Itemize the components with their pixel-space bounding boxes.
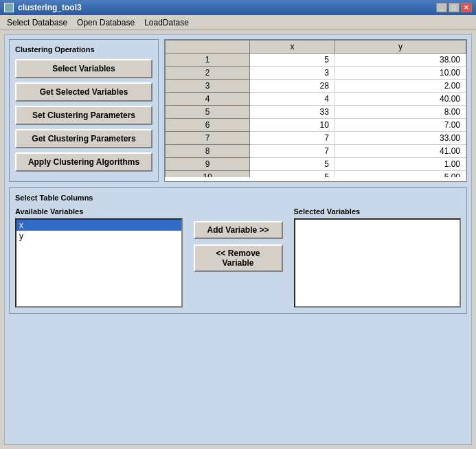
cell-y: 8.00 xyxy=(335,106,466,119)
cell-y: 40.00 xyxy=(335,93,466,106)
main-content: Clustering Operations Select Variables G… xyxy=(4,34,472,445)
title-bar: clustering_tool3 _ □ ✕ xyxy=(0,0,476,15)
cell-x: 7 xyxy=(250,145,335,158)
table-col-index xyxy=(166,41,250,54)
get-selected-variables-button[interactable]: Get Selected Variables xyxy=(15,82,152,102)
window-title: clustering_tool3 xyxy=(18,3,82,12)
cell-row-index: 9 xyxy=(166,158,250,171)
select-table-title: Select Table Columns xyxy=(15,194,461,202)
select-variables-button[interactable]: Select Variables xyxy=(15,59,152,78)
table-row: 6 10 7.00 xyxy=(166,119,466,132)
top-section: Clustering Operations Select Variables G… xyxy=(9,39,467,182)
cell-row-index: 3 xyxy=(166,80,250,93)
cell-x: 28 xyxy=(250,80,335,93)
cell-x: 10 xyxy=(250,119,335,132)
selected-variables-panel: Selected Variables xyxy=(294,207,462,308)
table-row: 4 4 40.00 xyxy=(166,93,466,106)
clustering-ops-title: Clustering Operations xyxy=(15,45,152,54)
minimize-button[interactable]: _ xyxy=(436,3,447,12)
cell-y: 10.00 xyxy=(335,67,466,80)
cell-x: 3 xyxy=(250,67,335,80)
table-row: 3 28 2.00 xyxy=(166,80,466,93)
available-variables-panel: Available Variables x y xyxy=(15,207,183,308)
table-row: 7 7 33.00 xyxy=(166,132,466,145)
menu-open-database[interactable]: Open Database xyxy=(73,16,139,29)
table-row: 10 5 5.00 xyxy=(166,171,466,178)
close-button[interactable]: ✕ xyxy=(461,3,472,12)
cell-x: 5 xyxy=(250,171,335,178)
menu-load-datase[interactable]: LoadDatase xyxy=(140,16,193,29)
cell-y: 38.00 xyxy=(335,54,466,67)
available-variables-listbox[interactable]: x y xyxy=(15,218,183,308)
available-var-x[interactable]: x xyxy=(16,220,181,231)
available-variables-title: Available Variables xyxy=(15,207,183,216)
cell-row-index: 10 xyxy=(166,171,250,178)
cell-y: 41.00 xyxy=(335,145,466,158)
select-table-section: Select Table Columns Available Variables… xyxy=(9,187,467,314)
cell-row-index: 1 xyxy=(166,54,250,67)
available-var-y[interactable]: y xyxy=(16,231,181,242)
cell-row-index: 2 xyxy=(166,67,250,80)
remove-variable-button[interactable]: << Remove Variable xyxy=(194,244,283,272)
set-clustering-parameters-button[interactable]: Set Clustering Parameters xyxy=(15,106,152,125)
table-row: 1 5 38.00 xyxy=(166,54,466,67)
cell-y: 7.00 xyxy=(335,119,466,132)
cell-y: 33.00 xyxy=(335,132,466,145)
data-table-container: x y 1 5 38.00 2 3 10.00 3 28 2.00 4 4 40… xyxy=(164,39,467,182)
menu-bar: Select Database Open Database LoadDatase xyxy=(0,15,476,30)
table-row: 9 5 1.00 xyxy=(166,158,466,171)
maximize-button[interactable]: □ xyxy=(449,3,460,12)
cell-x: 4 xyxy=(250,93,335,106)
get-clustering-parameters-button[interactable]: Get Clustering Parameters xyxy=(15,129,152,148)
table-scroll[interactable]: x y 1 5 38.00 2 3 10.00 3 28 2.00 4 4 40… xyxy=(165,40,466,177)
cell-y: 2.00 xyxy=(335,80,466,93)
table-body: 1 5 38.00 2 3 10.00 3 28 2.00 4 4 40.00 … xyxy=(166,54,466,178)
cell-row-index: 5 xyxy=(166,106,250,119)
app-icon xyxy=(4,3,14,12)
add-variable-button[interactable]: Add Variable >> xyxy=(194,221,283,239)
selected-variables-listbox[interactable] xyxy=(294,218,462,308)
variable-transfer-buttons: Add Variable >> << Remove Variable xyxy=(188,221,288,272)
table-row: 8 7 41.00 xyxy=(166,145,466,158)
cell-y: 1.00 xyxy=(335,158,466,171)
cell-y: 5.00 xyxy=(335,171,466,178)
apply-clustering-algorithms-button[interactable]: Apply Clustering Algorithms xyxy=(15,152,152,172)
title-controls[interactable]: _ □ ✕ xyxy=(436,3,472,12)
cell-row-index: 4 xyxy=(166,93,250,106)
title-bar-left: clustering_tool3 xyxy=(4,3,82,12)
table-header-row: x y xyxy=(166,41,466,54)
cell-row-index: 6 xyxy=(166,119,250,132)
table-row: 5 33 8.00 xyxy=(166,106,466,119)
data-table: x y 1 5 38.00 2 3 10.00 3 28 2.00 4 4 40… xyxy=(165,40,466,177)
cell-row-index: 7 xyxy=(166,132,250,145)
menu-select-database[interactable]: Select Database xyxy=(3,16,71,29)
table-col-y: y xyxy=(335,41,466,54)
table-row: 2 3 10.00 xyxy=(166,67,466,80)
cell-x: 5 xyxy=(250,158,335,171)
cell-x: 33 xyxy=(250,106,335,119)
cell-row-index: 8 xyxy=(166,145,250,158)
clustering-ops-panel: Clustering Operations Select Variables G… xyxy=(9,39,159,182)
columns-content: Available Variables x y Add Variable >> … xyxy=(15,207,461,308)
cell-x: 5 xyxy=(250,54,335,67)
table-col-x: x xyxy=(250,41,335,54)
selected-variables-title: Selected Variables xyxy=(294,207,462,216)
cell-x: 7 xyxy=(250,132,335,145)
